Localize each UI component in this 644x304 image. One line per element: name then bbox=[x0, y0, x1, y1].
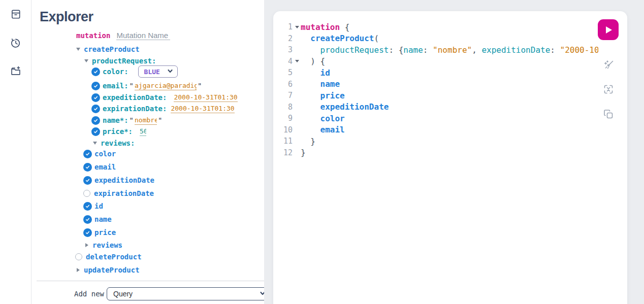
tree-node-updateProduct[interactable]: updateProduct bbox=[77, 264, 140, 276]
tree-field-name[interactable]: name bbox=[83, 214, 112, 225]
email-value-input[interactable] bbox=[135, 82, 197, 90]
tree-field-expeditionDate[interactable]: expeditionDate bbox=[83, 175, 154, 186]
token-indent bbox=[301, 79, 320, 89]
tree-arg-expirationDate: expirationDate: bbox=[91, 103, 235, 114]
fold-toggle[interactable] bbox=[294, 26, 301, 28]
token-punct: : bbox=[550, 45, 560, 55]
divider bbox=[37, 281, 287, 281]
arg-label[interactable]: reviews: bbox=[101, 139, 135, 147]
line-number: 5 bbox=[273, 68, 294, 77]
token-field: price bbox=[320, 91, 345, 100]
tree-arg-price: price*: bbox=[91, 126, 146, 137]
line-number: 8 bbox=[273, 103, 294, 112]
field-label[interactable]: deleteProduct bbox=[86, 253, 142, 261]
expand-arrow-icon[interactable] bbox=[77, 268, 80, 272]
execute-query-button[interactable] bbox=[598, 19, 619, 40]
field-label[interactable]: email bbox=[94, 163, 116, 171]
field-label[interactable]: expeditionDate bbox=[94, 176, 154, 184]
arg-label[interactable]: expeditionDate: bbox=[103, 93, 167, 102]
field-label[interactable]: name bbox=[94, 215, 112, 223]
token-punct: : bbox=[423, 45, 433, 55]
checkbox-checked[interactable] bbox=[83, 163, 92, 172]
checkbox-checked[interactable] bbox=[91, 105, 100, 113]
tree-node-createProduct[interactable]: createProduct bbox=[76, 44, 140, 55]
code-line: 8 expeditionDate bbox=[273, 102, 598, 113]
expedition-date-input[interactable] bbox=[174, 93, 238, 102]
fold-arrow-icon bbox=[295, 26, 299, 28]
expand-arrow-icon[interactable] bbox=[85, 243, 88, 247]
collapse-arrow-icon[interactable] bbox=[93, 142, 97, 145]
tree-field-color[interactable]: color bbox=[83, 148, 116, 159]
token-string: "nombre" bbox=[433, 45, 472, 55]
arg-label[interactable]: productRequest: bbox=[92, 57, 156, 65]
query-editor-panel[interactable]: 1 mutation { 2 createProduct( 3 productR… bbox=[273, 11, 627, 304]
field-label[interactable]: id bbox=[94, 202, 103, 210]
checkbox-checked[interactable] bbox=[83, 150, 92, 158]
tree-arg-color: color: BLUE bbox=[91, 66, 178, 77]
copy-query-icon[interactable] bbox=[602, 108, 615, 121]
graphiql-app: Explorer mutation createProduct productR… bbox=[0, 0, 644, 304]
checkbox-checked[interactable] bbox=[91, 67, 100, 76]
tree-field-expirationDate[interactable]: expirationDate bbox=[83, 188, 154, 199]
name-value-input[interactable] bbox=[135, 116, 157, 125]
checkbox-checked[interactable] bbox=[91, 82, 100, 90]
tree-arg-reviews[interactable]: reviews: bbox=[93, 138, 135, 149]
field-label[interactable]: price bbox=[94, 228, 116, 237]
field-label[interactable]: reviews bbox=[92, 241, 122, 249]
arg-label[interactable]: expirationDate: bbox=[103, 105, 167, 113]
token-field: expeditionDate bbox=[320, 102, 389, 112]
fold-toggle[interactable] bbox=[294, 60, 301, 62]
tree-arg-name: name*: " " bbox=[91, 115, 163, 126]
code-line: 12 } bbox=[273, 147, 598, 159]
checkbox-unchecked[interactable] bbox=[75, 253, 82, 260]
token-keyword: mutation bbox=[301, 22, 340, 32]
tree-field-email[interactable]: email bbox=[83, 161, 116, 173]
collapse-arrow-icon[interactable] bbox=[84, 59, 88, 62]
tree-node-productRequest[interactable]: productRequest: bbox=[84, 55, 156, 66]
explorer-folder-icon[interactable] bbox=[9, 64, 22, 78]
price-value-input[interactable] bbox=[140, 127, 146, 136]
code-line: 2 createProduct( bbox=[273, 33, 598, 45]
checkbox-checked[interactable] bbox=[91, 127, 100, 136]
prettify-icon[interactable] bbox=[602, 59, 615, 72]
tree-field-price[interactable]: price bbox=[83, 227, 116, 238]
arg-label[interactable]: email: bbox=[103, 82, 128, 90]
tree-field-id[interactable]: id bbox=[83, 200, 103, 212]
line-number: 6 bbox=[273, 80, 294, 89]
checkbox-checked[interactable] bbox=[83, 228, 92, 237]
field-label[interactable]: color bbox=[94, 150, 116, 158]
quote-mark: " bbox=[130, 82, 134, 90]
docs-icon[interactable] bbox=[9, 8, 22, 21]
operation-keyword: mutation bbox=[76, 31, 110, 40]
checkbox-unchecked[interactable] bbox=[83, 190, 90, 197]
arg-label[interactable]: price*: bbox=[103, 127, 133, 136]
history-icon[interactable] bbox=[9, 37, 22, 50]
checkbox-checked[interactable] bbox=[91, 116, 100, 125]
quote-mark: " bbox=[198, 82, 202, 90]
code-line: 4 ) { bbox=[273, 56, 598, 67]
add-new-select[interactable]: Query bbox=[107, 287, 271, 300]
query-editor[interactable]: 1 mutation { 2 createProduct( 3 productR… bbox=[273, 21, 598, 158]
field-label[interactable]: createProduct bbox=[84, 45, 140, 53]
checkbox-checked[interactable] bbox=[83, 215, 92, 224]
field-label[interactable]: updateProduct bbox=[84, 266, 140, 274]
field-label[interactable]: expirationDate bbox=[94, 189, 154, 197]
checkbox-checked[interactable] bbox=[91, 93, 100, 102]
token-indent bbox=[301, 125, 320, 134]
arg-label[interactable]: color: bbox=[103, 67, 128, 76]
enum-select[interactable]: BLUE bbox=[138, 65, 178, 78]
checkbox-checked[interactable] bbox=[83, 176, 92, 185]
expiration-date-input[interactable] bbox=[171, 105, 235, 113]
enum-value: BLUE bbox=[144, 68, 160, 76]
checkbox-checked[interactable] bbox=[83, 202, 92, 211]
collapse-arrow-icon[interactable] bbox=[76, 48, 80, 51]
line-number: 2 bbox=[273, 34, 294, 43]
code-line: 3 productRequest: {name: "nombre", exped… bbox=[273, 44, 598, 56]
tree-field-reviews[interactable]: reviews bbox=[85, 240, 122, 251]
tree-node-deleteProduct[interactable]: deleteProduct bbox=[75, 251, 142, 262]
arg-label[interactable]: name*: bbox=[103, 116, 128, 124]
operation-name-input[interactable] bbox=[116, 31, 170, 40]
merge-fragments-icon[interactable] bbox=[602, 83, 615, 96]
code-line: 10 email bbox=[273, 124, 598, 136]
line-number: 7 bbox=[273, 91, 294, 100]
